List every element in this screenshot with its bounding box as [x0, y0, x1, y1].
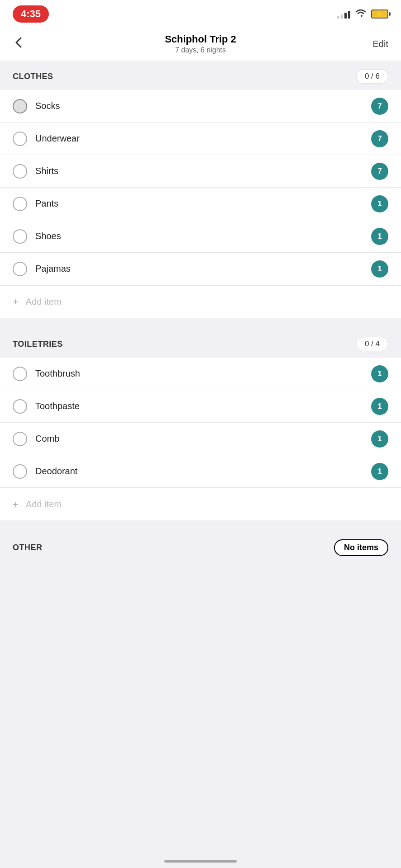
list-item: Underwear 7: [0, 123, 401, 155]
shirts-label: Shirts: [35, 166, 371, 176]
page-subtitle: 7 days, 6 nights: [35, 46, 366, 54]
toothpaste-checkbox[interactable]: [13, 399, 27, 414]
back-button[interactable]: [13, 36, 35, 52]
section-gap-1: [0, 318, 401, 329]
underwear-checkbox[interactable]: [13, 132, 27, 146]
list-item: Toothbrush 1: [0, 358, 401, 390]
shirts-checkbox[interactable]: [13, 164, 27, 179]
clothes-add-item-label: Add item: [26, 297, 62, 307]
pajamas-label: Pajamas: [35, 264, 371, 274]
deodorant-checkbox[interactable]: [13, 464, 27, 479]
add-item-plus-icon-2: +: [13, 499, 19, 510]
toiletries-section-title: TOILETRIES: [13, 340, 63, 349]
clothes-section-header: CLOTHES 0 / 6: [0, 61, 401, 90]
section-gap-2: [0, 520, 401, 531]
toothpaste-label: Toothpaste: [35, 401, 371, 411]
other-section-header: OTHER No items: [0, 531, 401, 562]
status-time: 4:35: [13, 5, 49, 23]
battery-icon: ⚡: [371, 9, 388, 19]
list-item: Shirts 7: [0, 155, 401, 188]
toothbrush-checkbox[interactable]: [13, 367, 27, 381]
shirts-count: 7: [371, 163, 388, 180]
other-section-title: OTHER: [13, 543, 43, 552]
underwear-label: Underwear: [35, 133, 371, 144]
toiletries-section-header: TOILETRIES 0 / 4: [0, 329, 401, 358]
deodorant-count: 1: [371, 463, 388, 480]
toothbrush-count: 1: [371, 365, 388, 382]
list-item: Deodorant 1: [0, 455, 401, 488]
add-item-plus-icon: +: [13, 296, 19, 308]
shoes-count: 1: [371, 228, 388, 245]
shoes-checkbox[interactable]: [13, 229, 27, 244]
underwear-count: 7: [371, 130, 388, 147]
pajamas-checkbox[interactable]: [13, 262, 27, 276]
nav-header: Schiphol Trip 2 7 days, 6 nights Edit: [0, 27, 401, 61]
list-item: Shoes 1: [0, 220, 401, 253]
deodorant-label: Deodorant: [35, 466, 371, 476]
list-item: Pajamas 1: [0, 253, 401, 285]
comb-label: Comb: [35, 434, 371, 444]
socks-checkbox[interactable]: [13, 99, 27, 113]
toiletries-list: Toothbrush 1 Toothpaste 1 Comb 1 Deodora…: [0, 358, 401, 520]
clothes-section-title: CLOTHES: [13, 72, 53, 81]
list-item: Comb 1: [0, 423, 401, 455]
toiletries-add-item-row[interactable]: + Add item: [0, 488, 401, 520]
clothes-list: Socks 7 Underwear 7 Shirts 7 Pants 1 Sho…: [0, 90, 401, 318]
pants-checkbox[interactable]: [13, 197, 27, 211]
toothpaste-count: 1: [371, 398, 388, 415]
pants-count: 1: [371, 195, 388, 212]
list-item: Toothpaste 1: [0, 390, 401, 423]
home-indicator: [164, 860, 237, 863]
other-section-badge: No items: [334, 539, 388, 556]
status-icons: ⚡: [337, 9, 388, 20]
toothbrush-label: Toothbrush: [35, 368, 371, 379]
list-item: Socks 7: [0, 90, 401, 123]
toiletries-add-item-label: Add item: [26, 499, 62, 509]
socks-label: Socks: [35, 101, 371, 111]
page-title: Schiphol Trip 2: [35, 33, 366, 45]
socks-count: 7: [371, 98, 388, 115]
shoes-label: Shoes: [35, 231, 371, 241]
list-item: Pants 1: [0, 188, 401, 220]
pajamas-count: 1: [371, 260, 388, 278]
signal-icon: [337, 9, 350, 19]
clothes-add-item-row[interactable]: + Add item: [0, 285, 401, 318]
clothes-section-badge: 0 / 6: [356, 69, 388, 84]
nav-title-block: Schiphol Trip 2 7 days, 6 nights: [35, 33, 366, 54]
status-bar: 4:35 ⚡: [0, 0, 401, 27]
pants-label: Pants: [35, 198, 371, 209]
toiletries-section-badge: 0 / 4: [356, 337, 388, 351]
edit-button[interactable]: Edit: [366, 39, 388, 49]
wifi-icon: [355, 9, 367, 20]
comb-checkbox[interactable]: [13, 432, 27, 446]
comb-count: 1: [371, 430, 388, 448]
